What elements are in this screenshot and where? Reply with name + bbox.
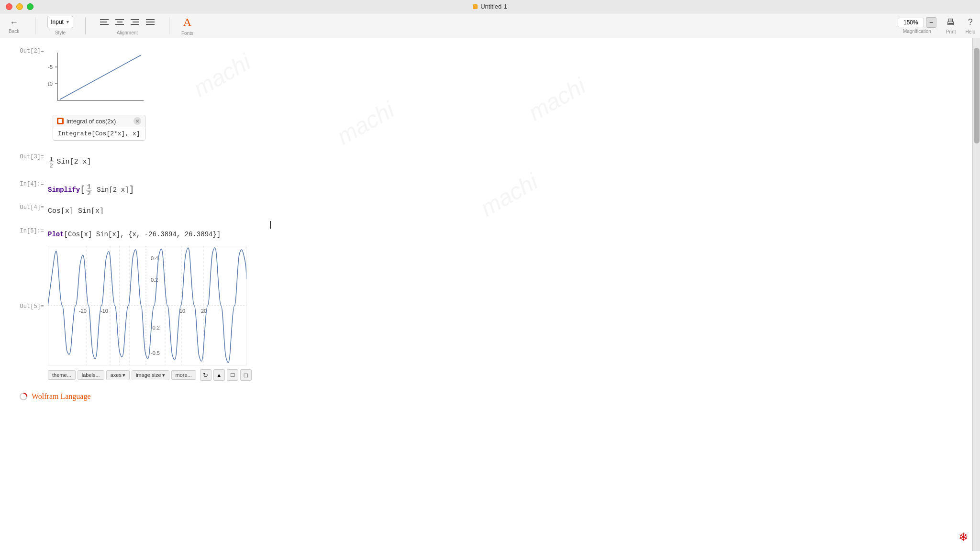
window-title: Untitled-1 <box>473 3 507 10</box>
input-cell-wrapper: integral of cos(2x) ✕ Integrate[Cos[2*x]… <box>53 115 145 141</box>
image-size-button[interactable]: image size ▾ <box>132 370 169 380</box>
chat-button[interactable]: □ <box>240 369 252 381</box>
toolbar-right: 150% − Magnification 🖶 Print ? Help <box>898 17 975 34</box>
toolbar-divider-3 <box>169 17 169 34</box>
svg-text:-5: -5 <box>48 64 53 70</box>
snapshot-button[interactable]: ☐ <box>227 369 238 381</box>
magnification-minus-button[interactable]: − <box>926 17 936 28</box>
svg-line-6 <box>60 55 141 99</box>
notebook[interactable]: machi machi machi machi Out[2]= -5 -10 <box>0 38 972 551</box>
fonts-group: A Fonts <box>181 15 193 36</box>
sincos-plot-container: 0.4 0.2 -0.2 -0.5 -20 -10 10 20 <box>48 246 252 383</box>
linear-plot: -5 -10 <box>48 48 153 105</box>
titlebar: Untitled-1 <box>0 0 980 13</box>
plot-icon-buttons: ↻ ▲ ☐ □ <box>200 369 252 381</box>
toolbar: ← Back Input ▼ Style <box>0 13 980 38</box>
print-group[interactable]: 🖶 Print <box>946 17 956 34</box>
out3-math-output: 1 2 Sin[2 x] <box>48 154 91 170</box>
zoom-reset-button[interactable]: ↻ <box>200 369 212 381</box>
in5-code-line[interactable]: Plot[Cos[x] Sin[x], {x, -26.3894, 26.389… <box>48 231 221 238</box>
snowflake-icon: ❄ <box>958 530 968 544</box>
input-cell-close-button[interactable]: ✕ <box>134 117 141 125</box>
svg-text:-20: -20 <box>79 308 87 314</box>
in4-code-line[interactable]: Simplify[ 1 2 Sin[2 x]] <box>48 184 134 197</box>
out2-cell: Out[2]= -5 -10 <box>19 48 953 110</box>
in4-fraction: 1 2 <box>86 184 92 197</box>
wolfram-bar: Wolfram Language <box>19 392 953 401</box>
close-button[interactable] <box>6 3 12 10</box>
content-area: machi machi machi machi Out[2]= -5 -10 <box>0 38 980 551</box>
svg-text:-10: -10 <box>48 81 53 87</box>
axes-button[interactable]: axes ▾ <box>106 370 130 380</box>
theme-button[interactable]: theme... <box>48 370 76 380</box>
text-cursor <box>268 220 271 229</box>
in4-cell: In[4]:= Simplify[ 1 2 Sin[2 x]] <box>19 181 953 199</box>
sincos-plot-svg: 0.4 0.2 -0.2 -0.5 -20 -10 10 20 <box>48 246 246 365</box>
style-dropdown[interactable]: Input ▼ <box>47 16 73 28</box>
linear-plot-svg: -5 -10 <box>48 48 153 105</box>
svg-text:-0.5: -0.5 <box>151 350 160 356</box>
toolbar-divider-2 <box>85 17 86 34</box>
scrollbar-thumb[interactable] <box>974 48 980 143</box>
out4-cell: Out[4]= Cos[x] Sin[x] <box>19 204 953 217</box>
align-right-button[interactable] <box>128 16 142 28</box>
title-dot <box>473 4 478 9</box>
out3-cell: Out[3]= 1 2 Sin[2 x] <box>19 154 953 170</box>
align-left-button[interactable] <box>98 16 111 28</box>
fraction-half: 1 2 <box>49 155 54 168</box>
align-center-button[interactable] <box>113 16 126 28</box>
magnification-display[interactable]: 150% <box>898 18 924 27</box>
more-button[interactable]: more... <box>171 370 196 380</box>
svg-text:-10: -10 <box>100 308 108 314</box>
minimize-button[interactable] <box>16 3 23 10</box>
style-group: Input ▼ Style <box>47 16 73 35</box>
traffic-lights[interactable] <box>6 3 33 10</box>
out5-cell: Out[5]= <box>19 246 953 383</box>
toolbar-divider-1 <box>35 17 35 34</box>
plot-toolbar: theme... labels... axes ▾ image size ▾ m… <box>48 367 252 383</box>
wolfram-spinner-icon <box>19 392 28 401</box>
fonts-button[interactable]: A <box>181 15 193 29</box>
zoom-in-button[interactable]: ▲ <box>213 369 225 381</box>
wolfram-language-label: Wolfram Language <box>32 392 91 401</box>
chevron-down-icon: ▼ <box>66 20 70 24</box>
help-group[interactable]: ? Help <box>965 17 975 34</box>
in5-cell: In[5]:= Plot[Cos[x] Sin[x], {x, -26.3894… <box>19 228 953 241</box>
svg-text:-0.2: -0.2 <box>151 325 160 331</box>
svg-text:10: 10 <box>179 308 185 314</box>
back-button[interactable]: ← Back <box>5 16 23 36</box>
scrollbar[interactable] <box>972 38 980 551</box>
alignment-group: Alignment <box>98 16 157 35</box>
align-justify-button[interactable] <box>144 16 157 28</box>
input-cell-body: Integrate[Cos[2*x], x] <box>53 127 145 140</box>
orange-square-icon <box>57 118 64 124</box>
magnification-group: 150% − Magnification <box>898 17 936 34</box>
labels-button[interactable]: labels... <box>78 370 104 380</box>
svg-text:0.4: 0.4 <box>151 255 158 261</box>
maximize-button[interactable] <box>27 3 33 10</box>
integral-input-cell: integral of cos(2x) ✕ Integrate[Cos[2*x]… <box>53 115 953 146</box>
out4-math-output: Cos[x] Sin[x] <box>48 204 104 217</box>
input-cell-header: integral of cos(2x) ✕ <box>53 115 145 127</box>
